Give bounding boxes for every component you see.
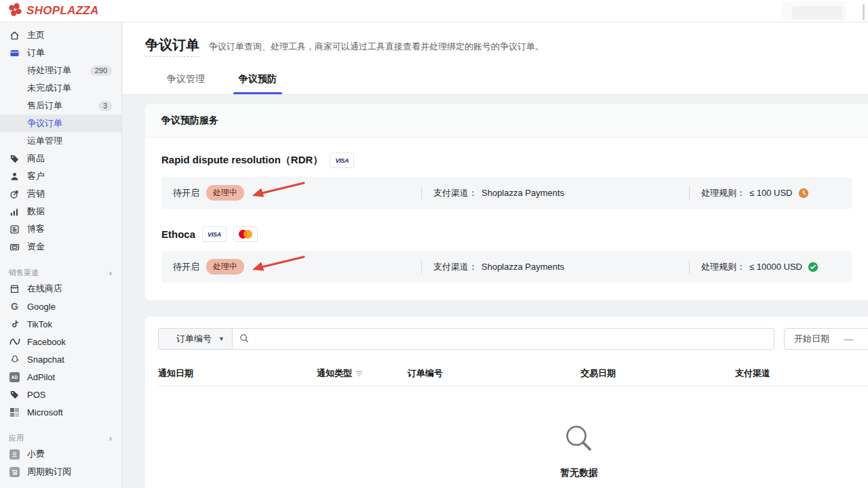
tab-label: 争议管理 — [167, 73, 205, 84]
chevron-right-icon: › — [109, 433, 112, 443]
rule-label: 处理规则： — [701, 187, 745, 199]
sidebar-item-label: 资金 — [27, 241, 45, 253]
service-rdr-title-row: Rapid dispute resolution（RDR） VISA — [161, 152, 852, 168]
sidebar-item-label: 订单 — [27, 47, 45, 59]
column-header-notify-date[interactable]: 通知日期 — [158, 367, 317, 380]
customers-icon — [9, 171, 20, 182]
chevron-right-icon: › — [109, 268, 112, 278]
success-check-icon — [808, 262, 818, 272]
sidebar-item-label: 营销 — [27, 188, 45, 200]
online-store-icon — [9, 284, 20, 294]
sidebar-item-microsoft[interactable]: Microsoft — [0, 403, 121, 421]
sidebar-item-online-store[interactable]: 在线商店 — [0, 280, 121, 298]
visa-badge: VISA — [202, 226, 226, 242]
page-title: 争议订单 — [145, 36, 199, 57]
service-status: 待开启 — [173, 187, 199, 199]
tab-bar: 争议管理 争议预防 — [145, 68, 868, 94]
filter-icon[interactable] — [355, 369, 363, 379]
meta-icon — [9, 338, 20, 346]
column-header-payment-channel[interactable]: 支付渠道 — [735, 367, 868, 380]
scrollbar-thumb[interactable] — [863, 4, 865, 20]
finance-icon — [9, 242, 20, 252]
adpilot-icon: AD — [9, 372, 20, 382]
sidebar-item-snapchat[interactable]: Snapchat — [0, 350, 121, 368]
pending-clock-icon — [798, 188, 809, 199]
search-field-select[interactable]: 订单编号 ▼ — [158, 328, 233, 350]
sidebar-item-adpilot[interactable]: AD AdPilot — [0, 368, 121, 386]
bar-chart-icon — [9, 207, 20, 217]
sidebar-item-finance[interactable]: 资金 — [0, 238, 121, 256]
marketing-target-icon — [9, 189, 20, 199]
shoplazza-logo-icon — [8, 3, 22, 19]
sidebar-item-waybill[interactable]: 运单管理 — [0, 132, 121, 150]
date-start: 开始日期 — [794, 333, 829, 345]
sidebar-item-google[interactable]: G Google — [0, 298, 121, 315]
tab-label: 争议预防 — [239, 73, 277, 84]
sidebar-item-customers[interactable]: 客户 — [0, 167, 121, 185]
sidebar-item-facebook[interactable]: Facebook — [0, 333, 121, 350]
blog-icon — [9, 224, 20, 235]
shoplazza-logo[interactable]: SHOPLAZZA — [8, 3, 99, 19]
sidebar-item-label: 小费 — [27, 448, 45, 460]
sidebar-section-label: 应用 — [9, 433, 24, 443]
sidebar-item-aftersale-orders[interactable]: 售后订单 3 — [0, 97, 121, 115]
sidebar-item-tips[interactable]: 小费 — [0, 445, 121, 463]
search-box[interactable] — [233, 328, 774, 350]
sidebar-item-products[interactable]: 商品 — [0, 150, 121, 167]
sidebar-section-sales-channels[interactable]: 销售渠道 › — [0, 265, 121, 280]
service-name: Ethoca — [161, 228, 195, 240]
sidebar-item-label: TikTok — [27, 319, 52, 329]
pos-tag-icon — [9, 390, 20, 400]
sidebar-item-marketing[interactable]: 营销 — [0, 185, 121, 203]
snapchat-ghost-icon — [9, 354, 20, 364]
service-status: 待开启 — [173, 261, 199, 273]
sidebar-item-subscription[interactable]: 周期购订阅 — [0, 463, 121, 481]
sidebar-item-dispute-orders[interactable]: 争议订单 — [0, 115, 121, 132]
sidebar-item-analytics[interactable]: 数据 — [0, 203, 121, 220]
sidebar-item-incomplete-orders[interactable]: 未完成订单 — [0, 79, 121, 97]
sidebar-item-label: 运单管理 — [27, 135, 62, 147]
column-header-transaction-date[interactable]: 交易日期 — [580, 367, 735, 380]
annotation-arrow-icon — [251, 180, 305, 201]
sidebar-item-label: POS — [27, 390, 45, 400]
search-input[interactable] — [254, 334, 767, 344]
empty-state: 暂无数据 — [158, 386, 868, 479]
sidebar-item-label: 在线商店 — [27, 283, 62, 295]
column-header-notify-type[interactable]: 通知类型 — [317, 367, 408, 380]
active-tab-indicator — [233, 92, 282, 94]
account-name-redacted — [792, 6, 842, 19]
empty-state-text: 暂无数据 — [560, 467, 598, 479]
rule-value: ≤ 100 USD — [749, 188, 793, 198]
table-header-row: 通知日期 通知类型 订单编号 交易日期 支付渠道 — [158, 361, 868, 386]
sidebar-item-label: Google — [27, 302, 56, 312]
service-ethoca-status-row: 待开启 处理中 支付渠道： Shoplazza Payments 处理规则： ≤… — [161, 251, 852, 283]
mastercard-badge — [233, 226, 258, 242]
tab-dispute-prevention[interactable]: 争议预防 — [233, 68, 282, 94]
sidebar-item-tiktok[interactable]: TikTok — [0, 315, 121, 333]
sidebar-section-apps[interactable]: 应用 › — [0, 430, 121, 445]
microsoft-icon — [9, 408, 20, 417]
visa-badge: VISA — [330, 152, 354, 168]
sidebar-item-label: 博客 — [27, 223, 45, 235]
service-ethoca-title-row: Ethoca VISA — [161, 226, 852, 242]
sidebar-item-label: Microsoft — [27, 407, 63, 418]
subscription-cart-icon — [9, 467, 20, 477]
channel-label: 支付渠道： — [433, 187, 477, 199]
sidebar-item-blog[interactable]: 博客 — [0, 220, 121, 238]
date-range-picker[interactable]: 开始日期 — 结束日期 — [784, 328, 868, 350]
products-tag-icon — [9, 154, 20, 164]
tab-dispute-management[interactable]: 争议管理 — [161, 68, 210, 94]
sidebar-item-label: 未完成订单 — [27, 82, 71, 94]
shoplazza-logo-text: SHOPLAZZA — [26, 4, 99, 18]
sidebar-item-label: 商品 — [27, 152, 45, 165]
sidebar-item-home[interactable]: 主页 — [0, 26, 121, 44]
status-processing-tag: 处理中 — [206, 259, 244, 274]
sidebar-item-pos[interactable]: POS — [0, 386, 121, 403]
home-icon — [9, 30, 20, 41]
sidebar-item-label: 待处理订单 — [27, 64, 71, 77]
column-header-order-number[interactable]: 订单编号 — [408, 367, 580, 380]
sidebar-item-orders[interactable]: 订单 — [0, 44, 121, 62]
sidebar-item-pending-orders[interactable]: 待处理订单 290 — [0, 62, 121, 79]
sidebar-item-label: Snapchat — [27, 354, 64, 365]
page-header: 争议订单 争议订单查询、处理工具，商家可以通过工具直接查看并处理绑定的账号的争议… — [123, 22, 868, 95]
